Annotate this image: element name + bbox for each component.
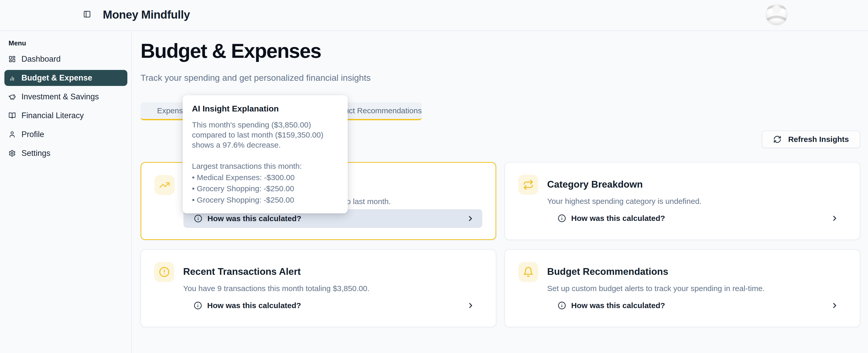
refresh-icon [773,135,781,143]
how-calculated-link[interactable]: How was this calculated? [183,296,483,315]
popover-paragraph: This month's spending ($3,850.00) compar… [192,120,338,150]
popover-bullet: • Grocery Shopping: -$250.00 [192,195,338,205]
card-icon-badge [154,175,175,195]
chevron-right-icon [831,214,839,222]
dashboard-icon [8,56,16,63]
how-calculated-link[interactable]: How was this calculated? [547,296,846,315]
gear-icon [8,150,16,157]
insight-card-recent-transactions: Recent Transactions Alert You have 9 tra… [141,249,496,327]
repeat-icon [523,179,534,190]
ai-insight-popover: AI Insight Explanation This month's spen… [183,95,348,213]
popover-title: AI Insight Explanation [192,104,338,113]
user-icon [8,131,16,138]
app-title: Money Mindfully [103,8,190,21]
sidebar-item-dashboard[interactable]: Dashboard [4,51,127,67]
info-icon [558,214,566,222]
card-description: You have 9 transactions this month total… [183,284,483,293]
chevron-right-icon [831,302,839,310]
bell-icon [523,267,534,277]
card-title: Category Breakdown [547,179,643,190]
how-calculated-label: How was this calculated? [571,301,665,310]
panel-left-icon [83,10,91,18]
card-icon-badge [154,262,175,282]
refresh-insights-label: Refresh Insights [788,135,849,144]
card-icon-badge [518,262,538,282]
card-description: Set up custom budget alerts to track you… [547,284,846,293]
popover-bullet: • Medical Expenses: -$300.00 [192,173,338,182]
insight-card-budget-recommendations: Budget Recommendations Set up custom bud… [504,249,860,327]
sidebar-item-settings[interactable]: Settings [4,145,127,161]
page-title: Budget & Expenses [141,41,321,61]
info-icon [194,214,202,223]
alert-circle-icon [159,267,170,277]
popover-transactions-heading: Largest transactions this month: [192,161,338,171]
info-icon [558,302,566,310]
popover-bullet: • Grocery Shopping: -$250.00 [192,184,338,193]
book-open-icon [8,112,16,119]
sidebar-item-label: Profile [22,130,44,139]
info-icon [194,302,202,310]
piggy-bank-icon [8,93,16,100]
sidebar-item-profile[interactable]: Profile [4,127,127,142]
sidebar-item-budget-expense[interactable]: Budget & Expense [4,70,127,86]
sidebar-item-investment-savings[interactable]: Investment & Savings [4,89,127,105]
how-calculated-label: How was this calculated? [207,301,301,310]
sidebar: Menu Dashboard Budget & Expense Investme… [0,31,132,353]
avatar[interactable] [766,4,787,25]
app-header: Money Mindfully [0,0,868,31]
card-icon-badge [518,175,538,195]
page-subtitle: Track your spending and get personalized… [141,73,371,83]
bar-chart-icon [8,74,16,81]
chevron-right-icon [466,214,474,223]
insight-card-category-breakdown: Category Breakdown Your highest spending… [504,162,860,240]
sidebar-item-label: Financial Literacy [22,111,84,120]
sidebar-menu-label: Menu [8,39,26,47]
sidebar-item-label: Settings [22,149,51,158]
popover-transactions: Largest transactions this month: • Medic… [192,161,338,205]
sidebar-item-label: Budget & Expense [22,73,92,82]
how-calculated-label: How was this calculated? [208,214,301,223]
sidebar-item-label: Dashboard [22,55,61,64]
sidebar-nav: Dashboard Budget & Expense Investment & … [4,51,127,164]
sidebar-item-financial-literacy[interactable]: Financial Literacy [4,108,127,123]
sidebar-item-label: Investment & Savings [22,92,99,101]
sidebar-toggle-button[interactable] [83,10,91,18]
card-title: Recent Transactions Alert [183,266,301,277]
chevron-right-icon [467,302,475,310]
card-title: Budget Recommendations [547,266,668,277]
card-description: Your highest spending category is undefi… [547,197,846,206]
trending-up-icon [159,180,170,190]
how-calculated-link[interactable]: How was this calculated? [547,209,846,227]
refresh-insights-button[interactable]: Refresh Insights [762,131,860,148]
how-calculated-label: How was this calculated? [571,214,665,223]
